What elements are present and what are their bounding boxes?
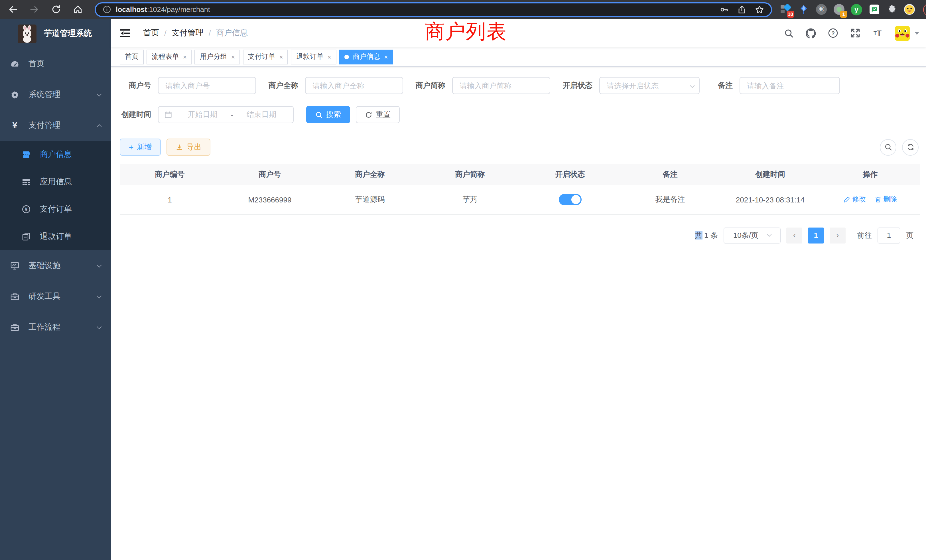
- sidebar-item-label: 基础设施: [29, 260, 61, 271]
- extension-kite-icon[interactable]: [798, 4, 809, 15]
- tag-process-form[interactable]: 流程表单×: [147, 49, 192, 64]
- sidebar-item-refund-order[interactable]: 退款订单: [0, 223, 111, 250]
- github-icon[interactable]: [806, 28, 816, 38]
- search-button[interactable]: 搜索: [306, 106, 350, 123]
- merchant-no-input[interactable]: [158, 77, 256, 94]
- extension-status-icon[interactable]: 1: [833, 4, 844, 15]
- tag-label: 商户信息: [353, 52, 380, 62]
- pagination-total-rest: 1 条: [702, 231, 718, 239]
- reset-button[interactable]: 重置: [356, 106, 400, 123]
- help-icon[interactable]: ?: [828, 28, 838, 38]
- tag-merchant-info-active[interactable]: 商户信息×: [339, 49, 393, 64]
- filter-row-1: 商户号 商户全称 商户简称 开启状态 备注: [120, 77, 920, 94]
- fullscreen-icon[interactable]: [850, 28, 861, 38]
- user-avatar-menu[interactable]: [895, 26, 919, 41]
- font-size-icon[interactable]: TT: [872, 28, 883, 38]
- tag-pay-order[interactable]: 支付订单×: [243, 49, 288, 64]
- delete-link[interactable]: 删除: [875, 195, 897, 204]
- cell-actions: 修改 删除: [820, 185, 920, 215]
- sidebar-item-infrastructure[interactable]: 基础设施: [0, 250, 111, 281]
- profile-emoji-icon[interactable]: [904, 4, 915, 15]
- tag-close-icon[interactable]: ×: [328, 53, 331, 60]
- monitor-icon: [10, 261, 20, 270]
- tag-close-icon[interactable]: ×: [231, 53, 235, 60]
- status-select-input[interactable]: [599, 77, 700, 94]
- gear-icon: [10, 90, 20, 99]
- selected-text: 共: [695, 231, 702, 239]
- edit-label: 修改: [852, 195, 866, 204]
- breadcrumb-home[interactable]: 首页: [143, 28, 159, 38]
- extension-tabs-icon[interactable]: 10: [780, 4, 791, 15]
- show-search-toggle-button[interactable]: [880, 139, 896, 155]
- status-select[interactable]: [599, 77, 700, 94]
- avatar: [895, 26, 910, 41]
- refresh-table-button[interactable]: [902, 139, 918, 155]
- sidebar-item-system[interactable]: 系统管理: [0, 79, 111, 110]
- page-size-select[interactable]: 10条/页: [723, 227, 781, 243]
- sidebar-fold-icon[interactable]: [119, 27, 130, 39]
- tag-refund-order[interactable]: 退款订单×: [291, 49, 336, 64]
- sidebar-item-dev-tools[interactable]: 研发工具: [0, 281, 111, 312]
- status-toggle-on[interactable]: [559, 194, 582, 205]
- next-page-button[interactable]: ›: [830, 227, 846, 243]
- extension-chat-icon[interactable]: [869, 4, 880, 15]
- browser-back-button[interactable]: [6, 3, 20, 16]
- pagination: 共 1 条 10条/页 ‹ 1 › 前往 页: [120, 227, 914, 243]
- site-info-icon[interactable]: [103, 5, 111, 14]
- start-date-placeholder: 开始日期: [177, 109, 228, 120]
- tag-home[interactable]: 首页: [120, 49, 144, 64]
- extension-y-icon[interactable]: y: [851, 4, 862, 15]
- bookmark-star-icon[interactable]: [755, 5, 764, 14]
- prev-page-button[interactable]: ‹: [786, 227, 802, 243]
- sidebar-item-label: 研发工具: [29, 291, 61, 302]
- tag-close-icon[interactable]: ×: [279, 53, 283, 60]
- cell-status: [520, 185, 620, 215]
- sidebar-item-home[interactable]: 首页: [0, 48, 111, 79]
- table-toolbar: + 新增 导出: [120, 139, 920, 156]
- cell-merchant-id: 1: [120, 185, 220, 215]
- cell-merchant-no: M233666999: [220, 185, 320, 215]
- short-name-input[interactable]: [452, 77, 550, 94]
- breadcrumb-payment[interactable]: 支付管理: [172, 28, 204, 38]
- filter-label-merchant-no: 商户号: [120, 80, 158, 91]
- share-icon[interactable]: [737, 5, 746, 14]
- goto-label: 前往: [857, 230, 872, 241]
- browser-address-bar[interactable]: localhost:1024/pay/merchant: [95, 2, 772, 17]
- goto-page-input[interactable]: [878, 227, 900, 243]
- tag-label: 用户分组: [200, 52, 227, 62]
- shop-icon: [22, 150, 31, 159]
- add-button[interactable]: + 新增: [120, 139, 161, 156]
- app-logo[interactable]: 芋道管理系统: [0, 19, 111, 48]
- edit-pen-icon: [844, 196, 850, 203]
- remark-input[interactable]: [740, 77, 840, 94]
- tag-user-group[interactable]: 用户分组×: [195, 49, 240, 64]
- sidebar-item-label: 首页: [29, 59, 44, 69]
- tag-close-icon[interactable]: ×: [183, 53, 187, 60]
- page-size-value: 10条/页: [733, 230, 758, 241]
- browser-forward-button[interactable]: [27, 3, 41, 16]
- browser-home-button[interactable]: [71, 3, 85, 16]
- url-path: :1024/pay/merchant: [147, 5, 210, 14]
- tag-close-icon[interactable]: ×: [384, 53, 388, 60]
- extensions-puzzle-icon[interactable]: [886, 4, 897, 15]
- col-header-merchant-id: 商户编号: [120, 164, 220, 185]
- edit-link[interactable]: 修改: [844, 195, 866, 204]
- browser-reload-button[interactable]: [49, 3, 63, 16]
- page-1-button[interactable]: 1: [808, 227, 824, 243]
- export-button[interactable]: 导出: [166, 139, 210, 156]
- extension-badge: 1: [840, 11, 847, 17]
- sidebar-item-payment[interactable]: ¥ 支付管理: [0, 110, 111, 141]
- filter-label-status: 开启状态: [563, 80, 599, 91]
- password-key-icon[interactable]: [720, 5, 729, 14]
- full-name-input[interactable]: [305, 77, 403, 94]
- header-search-icon[interactable]: [784, 28, 794, 38]
- sidebar-item-pay-order[interactable]: ¥ 支付订单: [0, 195, 111, 223]
- sidebar-item-label: 应用信息: [40, 177, 72, 187]
- sidebar-item-app-info[interactable]: 应用信息: [0, 168, 111, 195]
- browser-update-button[interactable]: 更新: [923, 3, 926, 16]
- sidebar-item-workflow[interactable]: 工作流程: [0, 312, 111, 343]
- create-time-range-picker[interactable]: 开始日期 - 结束日期: [158, 106, 294, 123]
- sidebar-item-merchant-info[interactable]: 商户信息: [0, 141, 111, 168]
- extension-command-icon[interactable]: ⌘: [816, 4, 827, 15]
- logo-rabbit-icon: [18, 24, 36, 43]
